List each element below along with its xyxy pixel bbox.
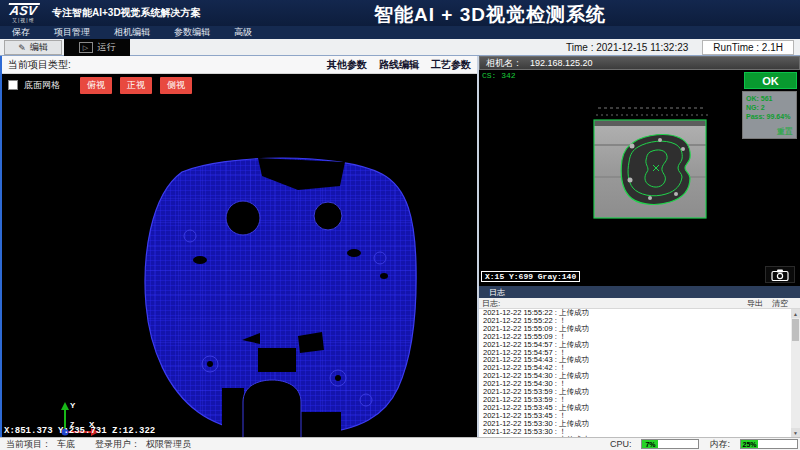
scroll-up-arrow[interactable]: ▲ <box>791 309 800 318</box>
stat-line: NG: 2 <box>746 103 793 112</box>
menu-item[interactable]: 高级 <box>234 26 252 39</box>
brand-tagline: 专注智能AI+3D视觉系统解决方案 <box>52 6 201 20</box>
edit-tab[interactable]: ✎ 编辑 <box>4 40 62 55</box>
cpu-meter: 7% <box>641 439 699 449</box>
3d-viewport[interactable]: Y X Z X:851.373 Y:235.731 Z:12.322 <box>2 96 477 437</box>
user-value: 权限管理员 <box>146 438 191 450</box>
project-type-bar: 当前项目类型: 其他参数路线编辑工艺参数 <box>2 56 477 74</box>
inspection-stats-box: 重置 OK: 561NG: 2Pass: 99.64% <box>742 91 797 139</box>
menu-bar: 保存项目管理相机编辑参数编辑高级 <box>0 26 800 39</box>
edit-tab-label: 编辑 <box>30 41 48 54</box>
menu-item[interactable]: 参数编辑 <box>174 26 210 39</box>
scroll-down-arrow[interactable]: ▼ <box>791 428 800 437</box>
view-button[interactable]: 侧视 <box>160 77 192 94</box>
memory-label: 内存: <box>709 438 730 450</box>
camera-header: 相机名： 192.168.125.20 <box>479 56 800 70</box>
svg-text:Y: Y <box>70 401 76 410</box>
menu-item[interactable]: 项目管理 <box>54 26 90 39</box>
3d-view-panel: 当前项目类型: 其他参数路线编辑工艺参数 底面网格 俯视正视侧视 <box>0 56 477 437</box>
project-value: 车底 <box>57 438 75 450</box>
view-buttons: 俯视正视侧视 <box>80 77 192 94</box>
log-clear-link[interactable]: 清空 <box>772 298 788 309</box>
log-title: 日志 <box>489 287 505 298</box>
reset-link[interactable]: 重置 <box>777 126 793 137</box>
snapshot-button[interactable] <box>765 266 795 283</box>
log-export-link[interactable]: 导出 <box>747 298 763 309</box>
cpu-label: CPU: <box>610 439 632 449</box>
run-tab[interactable]: ▷ 运行 <box>64 39 130 56</box>
logo-text: ASV <box>7 3 40 17</box>
pixel-info: X:15 Y:699 Gray:140 <box>481 271 580 282</box>
log-list: 2021-12-22 15:55:22 : 上传成功2021-12-22 15:… <box>479 309 800 437</box>
cursor-coordinates: X:851.373 Y:235.731 Z:12.322 <box>4 426 155 436</box>
cpu-meter-fill: 7% <box>642 440 658 448</box>
project-label: 当前项目： <box>6 438 51 450</box>
memory-meter-fill: 25% <box>741 440 758 448</box>
view-button[interactable]: 俯视 <box>80 77 112 94</box>
pencil-icon: ✎ <box>18 43 26 53</box>
view-button[interactable]: 正视 <box>120 77 152 94</box>
play-icon: ▷ <box>79 42 93 53</box>
brand-logo: ASV 艾|视|维 <box>8 3 39 23</box>
camera-name-label: 相机名： <box>486 57 522 70</box>
camera-icon <box>771 269 789 281</box>
parameter-link[interactable]: 工艺参数 <box>431 58 471 72</box>
parameter-link[interactable]: 路线编辑 <box>379 58 419 72</box>
stat-line: OK: 561 <box>746 94 793 103</box>
camera-overlay-text: CS: 342 <box>482 71 516 80</box>
bottom-grid-label: 底面网格 <box>24 79 60 92</box>
camera-panel: 相机名： 192.168.125.20 CS: 342 OK 重置 OK: 56… <box>479 56 800 437</box>
project-type-label: 当前项目类型: <box>8 58 71 72</box>
log-titlebar: 日志 <box>479 286 800 298</box>
log-toolbar: 日志: 导出 清空 <box>479 298 800 309</box>
current-time: Time : 2021-12-15 11:32:23 <box>566 42 688 53</box>
memory-meter: 25% <box>740 439 798 449</box>
camera-view[interactable]: CS: 342 OK 重置 OK: 561NG: 2Pass: 99.64% <box>479 70 800 286</box>
scroll-thumb[interactable] <box>792 319 799 341</box>
parameter-links: 其他参数路线编辑工艺参数 <box>327 56 471 74</box>
header: ASV 艾|视|维 专注智能AI+3D视觉系统解决方案 智能AI + 3D视觉检… <box>0 0 800 26</box>
inspection-image <box>592 104 712 234</box>
menu-item[interactable]: 保存 <box>12 26 30 39</box>
time-area: Time : 2021-12-15 11:32:23 RunTime : 2.1… <box>566 39 794 56</box>
result-ok-badge[interactable]: OK <box>744 72 797 89</box>
log-label: 日志: <box>482 298 500 309</box>
parameter-link[interactable]: 其他参数 <box>327 58 367 72</box>
run-tab-label: 运行 <box>98 41 116 54</box>
toolbar-row: ✎ 编辑 ▷ 运行 Time : 2021-12-15 11:32:23 Run… <box>0 39 800 56</box>
log-scrollbar[interactable]: ▲ ▼ <box>791 309 800 437</box>
runtime-display: RunTime : 2.1H <box>702 40 794 55</box>
pointcloud-mesh <box>130 150 460 450</box>
camera-ip: 192.168.125.20 <box>530 58 593 68</box>
bottom-grid-checkbox[interactable] <box>8 80 18 90</box>
app-window: ASV 艾|视|维 专注智能AI+3D视觉系统解决方案 智能AI + 3D视觉检… <box>0 0 800 450</box>
user-label: 登录用户： <box>95 438 140 450</box>
app-title: 智能AI + 3D视觉检测系统 <box>250 2 730 28</box>
status-bar: 当前项目： 车底 登录用户： 权限管理员 CPU: 7% 内存: 25% <box>0 437 800 450</box>
stat-line: Pass: 99.64% <box>746 112 793 121</box>
menu-item[interactable]: 相机编辑 <box>114 26 150 39</box>
view-controls-strip: 底面网格 俯视正视侧视 <box>2 74 477 96</box>
